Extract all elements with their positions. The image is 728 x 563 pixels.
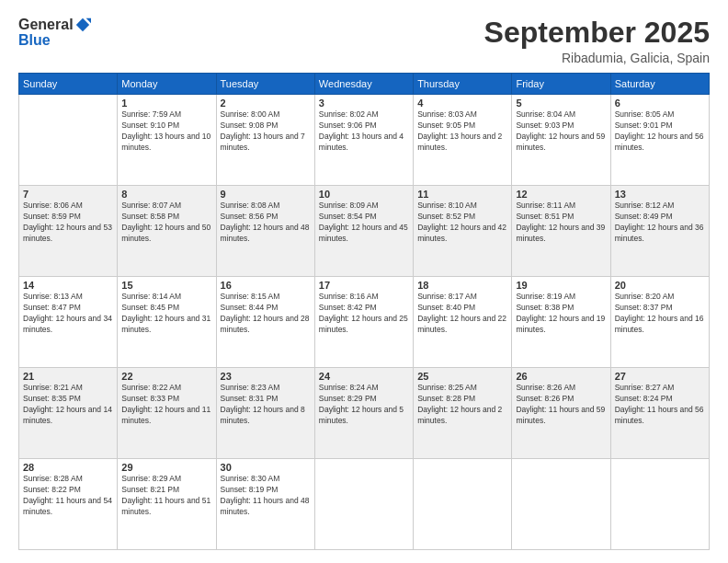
- col-sunday: Sunday: [19, 74, 118, 95]
- logo-general: General: [18, 17, 74, 32]
- table-row: 28 Sunrise: 8:28 AMSunset: 8:22 PMDaylig…: [19, 459, 118, 550]
- table-row: 1 Sunrise: 7:59 AMSunset: 9:10 PMDayligh…: [118, 95, 216, 186]
- table-row: 14 Sunrise: 8:13 AMSunset: 8:47 PMDaylig…: [19, 277, 118, 368]
- day-info: Sunrise: 8:15 AMSunset: 8:44 PMDaylight:…: [221, 292, 311, 336]
- day-info: Sunrise: 8:00 AMSunset: 9:08 PMDaylight:…: [221, 109, 311, 154]
- table-row: 4 Sunrise: 8:03 AMSunset: 9:05 PMDayligh…: [414, 95, 512, 186]
- svg-marker-0: [75, 18, 88, 31]
- col-tuesday: Tuesday: [216, 74, 314, 95]
- day-info: Sunrise: 8:02 AMSunset: 9:06 PMDaylight:…: [319, 109, 409, 154]
- table-row: 6 Sunrise: 8:05 AMSunset: 9:01 PMDayligh…: [610, 95, 709, 186]
- day-number: 23: [221, 371, 311, 382]
- col-saturday: Saturday: [610, 74, 709, 95]
- day-number: 2: [221, 98, 311, 109]
- day-number: 3: [319, 98, 409, 109]
- day-number: 27: [615, 371, 705, 382]
- table-row: [414, 459, 512, 550]
- day-info: Sunrise: 8:27 AMSunset: 8:24 PMDaylight:…: [615, 383, 705, 427]
- day-number: 16: [221, 280, 311, 291]
- day-number: 25: [417, 371, 507, 382]
- table-row: 29 Sunrise: 8:29 AMSunset: 8:21 PMDaylig…: [118, 459, 216, 550]
- calendar-header-row: Sunday Monday Tuesday Wednesday Thursday…: [19, 74, 710, 95]
- table-row: 23 Sunrise: 8:23 AMSunset: 8:31 PMDaylig…: [216, 368, 314, 459]
- day-number: 17: [319, 280, 409, 291]
- day-number: 18: [417, 280, 507, 291]
- table-row: 17 Sunrise: 8:16 AMSunset: 8:42 PMDaylig…: [314, 277, 413, 368]
- day-info: Sunrise: 8:14 AMSunset: 8:45 PMDaylight:…: [121, 292, 211, 336]
- table-row: 10 Sunrise: 8:09 AMSunset: 8:54 PMDaylig…: [314, 186, 413, 277]
- day-number: 5: [516, 98, 606, 109]
- day-number: 30: [221, 462, 311, 473]
- table-row: 30 Sunrise: 8:30 AMSunset: 8:19 PMDaylig…: [216, 459, 314, 550]
- table-row: [512, 459, 610, 550]
- day-info: Sunrise: 8:17 AMSunset: 8:40 PMDaylight:…: [417, 292, 507, 336]
- day-info: Sunrise: 8:09 AMSunset: 8:54 PMDaylight:…: [319, 201, 409, 245]
- day-number: 7: [23, 189, 113, 200]
- calendar-week-row: 7 Sunrise: 8:06 AMSunset: 8:59 PMDayligh…: [19, 186, 710, 277]
- day-info: Sunrise: 8:26 AMSunset: 8:26 PMDaylight:…: [516, 383, 606, 427]
- calendar-week-row: 1 Sunrise: 7:59 AMSunset: 9:10 PMDayligh…: [19, 95, 710, 186]
- location-title: Ribadumia, Galicia, Spain: [484, 51, 710, 65]
- day-number: 10: [319, 189, 409, 200]
- day-info: Sunrise: 8:25 AMSunset: 8:28 PMDaylight:…: [417, 383, 507, 427]
- col-monday: Monday: [118, 74, 216, 95]
- calendar: Sunday Monday Tuesday Wednesday Thursday…: [18, 73, 710, 550]
- day-info: Sunrise: 8:20 AMSunset: 8:37 PMDaylight:…: [615, 292, 705, 336]
- table-row: 18 Sunrise: 8:17 AMSunset: 8:40 PMDaylig…: [414, 277, 512, 368]
- month-title: September 2025: [484, 17, 710, 49]
- table-row: 25 Sunrise: 8:25 AMSunset: 8:28 PMDaylig…: [414, 368, 512, 459]
- table-row: 27 Sunrise: 8:27 AMSunset: 8:24 PMDaylig…: [610, 368, 709, 459]
- table-row: 9 Sunrise: 8:08 AMSunset: 8:56 PMDayligh…: [216, 186, 314, 277]
- page: General Blue September 2025 Ribadumia, G…: [0, 0, 728, 563]
- table-row: 26 Sunrise: 8:26 AMSunset: 8:26 PMDaylig…: [512, 368, 610, 459]
- day-number: 13: [615, 189, 705, 200]
- day-number: 19: [516, 280, 606, 291]
- table-row: 2 Sunrise: 8:00 AMSunset: 9:08 PMDayligh…: [216, 95, 314, 186]
- day-number: 8: [121, 189, 211, 200]
- logo-icon: [74, 17, 91, 33]
- table-row: 19 Sunrise: 8:19 AMSunset: 8:38 PMDaylig…: [512, 277, 610, 368]
- table-row: 8 Sunrise: 8:07 AMSunset: 8:58 PMDayligh…: [118, 186, 216, 277]
- day-number: 14: [23, 280, 113, 291]
- day-info: Sunrise: 8:08 AMSunset: 8:56 PMDaylight:…: [221, 201, 311, 245]
- table-row: 24 Sunrise: 8:24 AMSunset: 8:29 PMDaylig…: [314, 368, 413, 459]
- day-number: 1: [121, 98, 211, 109]
- day-info: Sunrise: 8:11 AMSunset: 8:51 PMDaylight:…: [516, 201, 606, 245]
- day-number: 24: [319, 371, 409, 382]
- table-row: 16 Sunrise: 8:15 AMSunset: 8:44 PMDaylig…: [216, 277, 314, 368]
- day-number: 4: [417, 98, 507, 109]
- day-number: 26: [516, 371, 606, 382]
- logo-blue: Blue: [18, 33, 51, 48]
- table-row: 12 Sunrise: 8:11 AMSunset: 8:51 PMDaylig…: [512, 186, 610, 277]
- day-number: 15: [121, 280, 211, 291]
- day-info: Sunrise: 8:23 AMSunset: 8:31 PMDaylight:…: [221, 383, 311, 427]
- col-wednesday: Wednesday: [314, 74, 413, 95]
- table-row: 3 Sunrise: 8:02 AMSunset: 9:06 PMDayligh…: [314, 95, 413, 186]
- table-row: 15 Sunrise: 8:14 AMSunset: 8:45 PMDaylig…: [118, 277, 216, 368]
- day-info: Sunrise: 8:22 AMSunset: 8:33 PMDaylight:…: [121, 383, 211, 427]
- day-number: 9: [221, 189, 311, 200]
- day-info: Sunrise: 8:24 AMSunset: 8:29 PMDaylight:…: [319, 383, 409, 427]
- table-row: 22 Sunrise: 8:22 AMSunset: 8:33 PMDaylig…: [118, 368, 216, 459]
- col-thursday: Thursday: [414, 74, 512, 95]
- day-info: Sunrise: 7:59 AMSunset: 9:10 PMDaylight:…: [121, 109, 211, 154]
- header: General Blue September 2025 Ribadumia, G…: [18, 17, 710, 65]
- title-block: September 2025 Ribadumia, Galicia, Spain: [484, 17, 710, 65]
- table-row: 11 Sunrise: 8:10 AMSunset: 8:52 PMDaylig…: [414, 186, 512, 277]
- day-number: 12: [516, 189, 606, 200]
- day-number: 20: [615, 280, 705, 291]
- day-info: Sunrise: 8:19 AMSunset: 8:38 PMDaylight:…: [516, 292, 606, 336]
- day-info: Sunrise: 8:28 AMSunset: 8:22 PMDaylight:…: [23, 474, 113, 518]
- day-info: Sunrise: 8:07 AMSunset: 8:58 PMDaylight:…: [121, 201, 211, 245]
- day-info: Sunrise: 8:12 AMSunset: 8:49 PMDaylight:…: [615, 201, 705, 245]
- table-row: 21 Sunrise: 8:21 AMSunset: 8:35 PMDaylig…: [19, 368, 118, 459]
- day-number: 28: [23, 462, 113, 473]
- col-friday: Friday: [512, 74, 610, 95]
- logo: General Blue: [18, 17, 91, 48]
- table-row: 7 Sunrise: 8:06 AMSunset: 8:59 PMDayligh…: [19, 186, 118, 277]
- table-row: 20 Sunrise: 8:20 AMSunset: 8:37 PMDaylig…: [610, 277, 709, 368]
- table-row: 13 Sunrise: 8:12 AMSunset: 8:49 PMDaylig…: [610, 186, 709, 277]
- table-row: [314, 459, 413, 550]
- day-info: Sunrise: 8:04 AMSunset: 9:03 PMDaylight:…: [516, 109, 606, 154]
- day-info: Sunrise: 8:10 AMSunset: 8:52 PMDaylight:…: [417, 201, 507, 245]
